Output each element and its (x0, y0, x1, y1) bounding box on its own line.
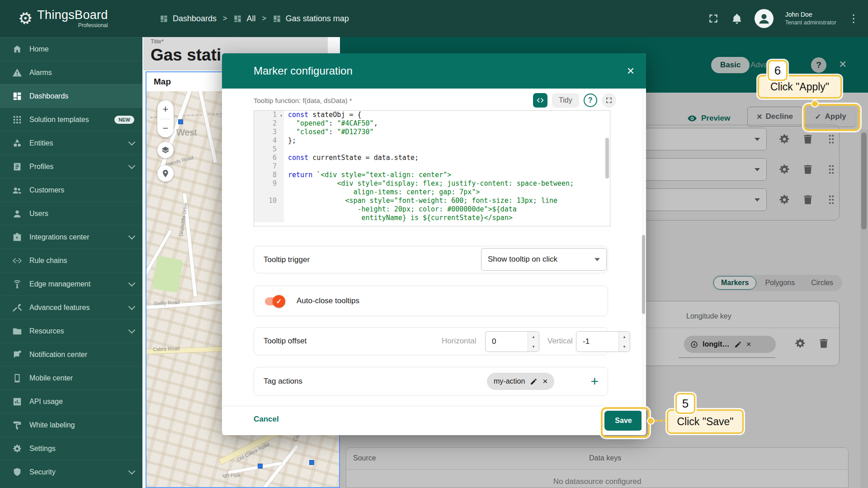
sidebar-item-api-usage[interactable]: API usage (0, 389, 142, 413)
dialog-header: Marker configuration × (222, 53, 646, 89)
vertical-offset-input[interactable]: -1 ▴▾ (576, 331, 630, 352)
auto-close-toggle[interactable]: ✓ (265, 297, 284, 305)
dashboards-icon (233, 14, 242, 23)
map-road (197, 91, 217, 163)
map-park (152, 256, 184, 293)
code-line: 5 (254, 145, 610, 154)
code-editor[interactable]: 1▾ const stateObj = { 2 "opened": "#4CAF… (254, 110, 610, 226)
map-marker[interactable] (258, 464, 263, 469)
more-menu-icon[interactable]: ⋮ (848, 13, 859, 24)
sidebar-item-rule-chains[interactable]: Rule chains (0, 249, 142, 272)
stepper-up-icon[interactable]: ▴ (528, 332, 539, 342)
breadcrumb-dashboards[interactable]: Dashboards (160, 14, 217, 23)
sidebar-item-alarms[interactable]: Alarms (0, 61, 142, 84)
marker-configuration-dialog: Marker configuration × Tooltip function:… (222, 53, 646, 435)
sidebar-item-notification-center[interactable]: Notification center (0, 343, 142, 366)
chevron-down-icon (128, 162, 136, 169)
editor-fullscreen-icon[interactable] (602, 93, 616, 108)
sidebar: ⚙ ThingsBoard Professional Home Alarms D… (0, 0, 142, 488)
map-label: Cabra Road (153, 346, 180, 352)
breadcrumb-separator: > (262, 14, 266, 23)
users-icon (12, 209, 22, 219)
map-marker[interactable] (309, 460, 314, 465)
breadcrumb-all[interactable]: All (233, 14, 255, 23)
add-action-button[interactable]: + (590, 375, 599, 388)
tag-action-chip[interactable]: my-action × (487, 373, 554, 390)
code-line: 4 }; (254, 136, 610, 145)
folder-icon (12, 326, 22, 336)
home-icon (12, 44, 22, 54)
breadcrumb-gas-stations-map[interactable]: Gas stations map (273, 14, 349, 23)
sidebar-item-customers[interactable]: Customers (0, 178, 142, 202)
dash-icon (12, 91, 22, 101)
sidebar-item-users[interactable]: Users (0, 202, 142, 225)
avatar[interactable] (755, 9, 774, 28)
annotation-dot (811, 100, 819, 108)
api-icon (12, 397, 22, 407)
app-edition: Professional (37, 23, 108, 28)
sidebar-item-home[interactable]: Home (0, 37, 142, 61)
editor-help-icon[interactable]: ? (584, 94, 597, 107)
map-layers-button[interactable] (157, 142, 174, 158)
sidebar-item-advanced-features[interactable]: Advanced features (0, 296, 142, 319)
tooltip-function-label: Tooltip function: f(data, dsData) * (254, 97, 352, 104)
alarm-icon (12, 68, 22, 78)
stepper-up-icon[interactable]: ▴ (619, 332, 630, 342)
screen: ⚙ ThingsBoard Professional Home Alarms D… (0, 0, 868, 488)
edit-pencil-icon[interactable] (530, 378, 538, 385)
profiles-icon (12, 162, 22, 172)
code-line: 8 return `<div style="text-align: center… (254, 171, 610, 179)
gear-icon (12, 444, 22, 454)
chevron-down-icon (128, 233, 136, 240)
editor-scrollbar[interactable] (605, 138, 609, 178)
logo-gear-icon: ⚙ (16, 8, 34, 30)
sidebar-item-security[interactable]: Security (0, 460, 142, 483)
tidy-button[interactable]: Tidy (552, 93, 579, 108)
close-icon[interactable]: × (542, 376, 547, 386)
stepper-down-icon[interactable]: ▾ (528, 342, 539, 352)
dialog-scrollbar[interactable] (642, 90, 646, 434)
code-line: 1▾ const stateObj = { (254, 111, 610, 119)
code-line: entityName} is ${currentState}</span> (254, 214, 610, 222)
map-marker[interactable] (178, 119, 183, 124)
zoom-out-button[interactable]: − (157, 119, 174, 138)
chevron-down-icon (128, 468, 136, 475)
sidebar-item-entities[interactable]: Entities (0, 131, 142, 155)
dialog-close-icon[interactable]: × (627, 64, 634, 78)
code-brackets-icon[interactable] (533, 93, 547, 108)
sidebar-item-mobile-center[interactable]: Mobile center (0, 366, 142, 389)
code-line: -height: 20px; color: #000000de">${data (254, 205, 610, 214)
sidebar-item-resources[interactable]: Resources (0, 319, 142, 343)
tooltip-trigger-select[interactable]: Show tooltip on click (481, 248, 607, 271)
apps-icon (12, 115, 22, 125)
horizontal-offset-input[interactable]: 0 ▴▾ (485, 331, 539, 352)
zoom-in-button[interactable]: + (157, 100, 174, 119)
sidebar-item-dashboards[interactable]: Dashboards (0, 84, 142, 108)
tooltip-offset-label: Tooltip offset (264, 337, 307, 346)
sidebar-item-white-labeling[interactable]: White labeling (0, 413, 142, 436)
code-line: 6 const currentState = data.state; (254, 154, 610, 162)
auto-close-label: Auto-close tooltips (297, 296, 359, 305)
step-number-badge: 5 (675, 393, 695, 414)
notifications-bell-icon[interactable] (731, 13, 743, 24)
app-logo[interactable]: ⚙ ThingsBoard Professional (0, 0, 142, 37)
code-line: 9 <div style="display: flex; justify-con… (254, 179, 610, 188)
breadcrumb: Dashboards> All> Gas stations map (160, 14, 349, 23)
annotation-dot (647, 417, 655, 425)
sidebar-item-solution-templates[interactable]: Solution templates NEW (0, 108, 142, 131)
sidebar-item-profiles[interactable]: Profiles (0, 155, 142, 178)
step-number-badge: 6 (768, 60, 788, 81)
apply-highlight-ring (803, 104, 860, 131)
map-pin-button[interactable] (157, 165, 174, 182)
stepper-down-icon[interactable]: ▾ (619, 342, 630, 352)
fullscreen-icon[interactable] (708, 13, 719, 24)
tooltip-trigger-label: Tooltip trigger (264, 255, 310, 264)
sidebar-item-edge-management[interactable]: Edge management (0, 272, 142, 296)
sidebar-item-integrations-center[interactable]: Integrations center (0, 225, 142, 249)
code-line: 10 <span style="font-weight: 600; font-s… (254, 197, 610, 205)
sidebar-item-settings[interactable]: Settings (0, 436, 142, 460)
app-name: ThingsBoard (37, 9, 108, 21)
integr-icon (12, 232, 22, 242)
cancel-button[interactable]: Cancel (254, 415, 279, 424)
vertical-label: Vertical (547, 337, 573, 346)
